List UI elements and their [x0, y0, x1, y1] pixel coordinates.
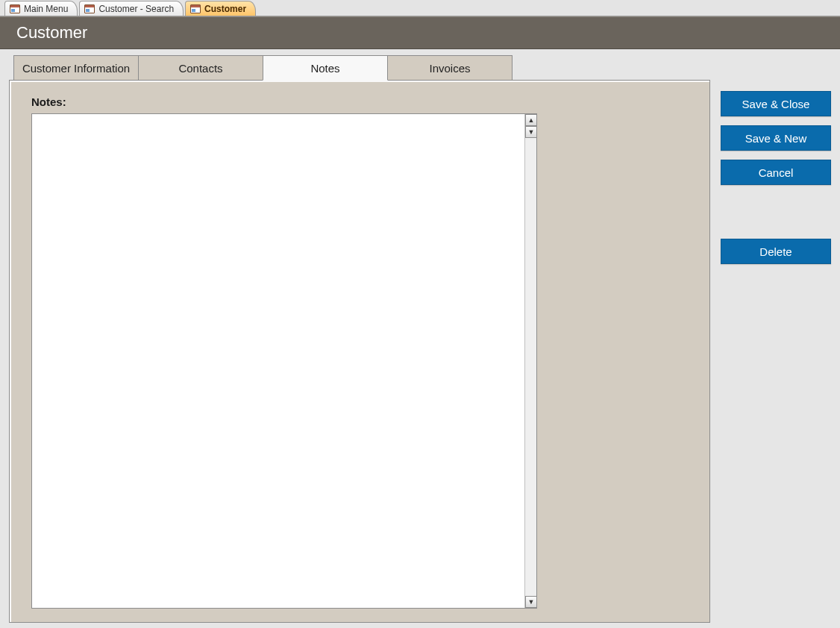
- cancel-button[interactable]: Cancel: [721, 160, 831, 185]
- window-tab-label: Customer - Search: [98, 4, 174, 14]
- window-tab-customer[interactable]: Customer: [185, 1, 256, 16]
- scroll-up-icon[interactable]: ▲: [525, 114, 537, 126]
- scroll-bottom-down-icon[interactable]: ▼: [525, 596, 537, 608]
- tab-label: Contacts: [178, 62, 222, 75]
- button-label: Save & New: [745, 132, 807, 145]
- tab-contacts[interactable]: Contacts: [138, 55, 263, 81]
- title-bar: Customer: [0, 16, 840, 49]
- tab-label: Notes: [310, 62, 339, 75]
- vertical-scrollbar[interactable]: ▲ ▼ ▼: [524, 114, 536, 608]
- window-tab-label: Customer: [204, 4, 246, 14]
- tab-notes[interactable]: Notes: [263, 55, 388, 81]
- tab-invoices[interactable]: Invoices: [387, 55, 513, 81]
- window-tabs: Main Menu Customer - Search Customer: [0, 0, 840, 16]
- form-area: Customer Information Contacts Notes Invo…: [9, 55, 716, 628]
- chevron-up-icon: ▲: [528, 116, 535, 124]
- form-icon: [84, 4, 95, 13]
- save-new-button[interactable]: Save & New: [721, 125, 831, 151]
- chevron-down-icon: ▼: [528, 598, 535, 606]
- form-icon: [190, 4, 201, 13]
- button-label: Cancel: [759, 166, 794, 179]
- notes-textarea[interactable]: [32, 114, 524, 608]
- window-tab-label: Main Menu: [24, 4, 68, 14]
- scroll-down-icon[interactable]: ▼: [525, 126, 537, 138]
- tab-label: Invoices: [429, 62, 470, 75]
- button-label: Save & Close: [742, 98, 810, 110]
- button-label: Delete: [759, 245, 792, 258]
- form-icon: [10, 4, 20, 13]
- window-tab-customer-search[interactable]: Customer - Search: [79, 1, 184, 16]
- save-close-button[interactable]: Save & Close: [721, 91, 831, 116]
- tab-strip: Customer Information Contacts Notes Invo…: [13, 55, 512, 81]
- tab-panel-inner: Notes: ▲ ▼ ▼: [13, 84, 706, 618]
- tab-label: Customer Information: [22, 62, 130, 75]
- chevron-down-icon: ▼: [528, 128, 535, 136]
- workspace: Customer Information Contacts Notes Invo…: [0, 49, 840, 628]
- action-buttons: Save & Close Save & New Cancel Delete: [721, 91, 831, 273]
- page-title: Customer: [16, 23, 87, 43]
- window-tab-main-menu[interactable]: Main Menu: [4, 1, 78, 16]
- app-window: Main Menu Customer - Search Customer Cus…: [0, 0, 840, 628]
- tab-customer-information[interactable]: Customer Information: [13, 55, 139, 81]
- delete-button[interactable]: Delete: [721, 239, 831, 264]
- notes-label: Notes:: [31, 95, 66, 108]
- notes-box: ▲ ▼ ▼: [31, 113, 537, 609]
- tab-panel: Notes: ▲ ▼ ▼: [9, 80, 710, 623]
